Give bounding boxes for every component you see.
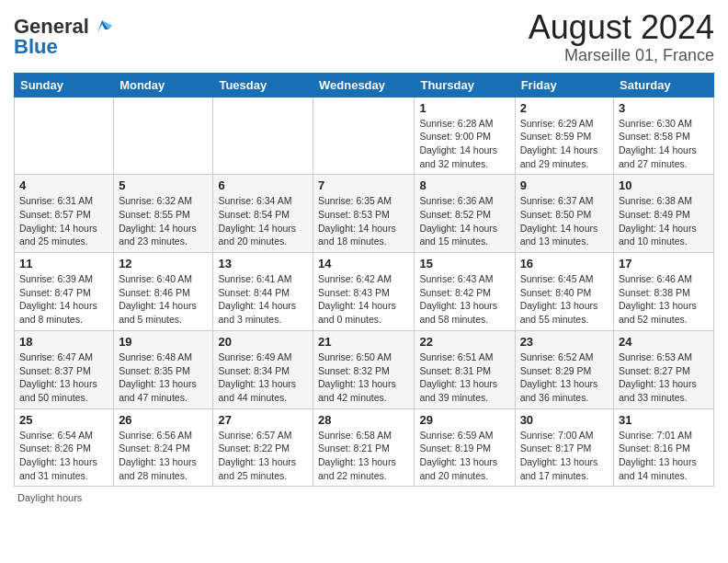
- day-info: Sunrise: 6:48 AM Sunset: 8:35 PM Dayligh…: [119, 350, 208, 405]
- calendar-cell: 31Sunrise: 7:01 AM Sunset: 8:16 PM Dayli…: [614, 408, 714, 487]
- calendar-cell: 25Sunrise: 6:54 AM Sunset: 8:26 PM Dayli…: [15, 408, 114, 487]
- calendar-cell: [313, 97, 415, 175]
- day-info: Sunrise: 6:37 AM Sunset: 8:50 PM Dayligh…: [520, 194, 609, 248]
- day-number: 1: [419, 101, 509, 115]
- calendar-cell: 9Sunrise: 6:37 AM Sunset: 8:50 PM Daylig…: [515, 175, 613, 253]
- day-info: Sunrise: 6:38 AM Sunset: 8:49 PM Dayligh…: [619, 194, 709, 248]
- day-info: Sunrise: 6:29 AM Sunset: 8:59 PM Dayligh…: [520, 117, 609, 171]
- logo-blue-text: Blue: [14, 35, 58, 59]
- calendar-cell: 23Sunrise: 6:52 AM Sunset: 8:29 PM Dayli…: [515, 330, 613, 408]
- day-number: 15: [419, 257, 509, 270]
- calendar-cell: 16Sunrise: 6:45 AM Sunset: 8:40 PM Dayli…: [515, 253, 613, 331]
- day-number: 22: [419, 335, 509, 349]
- calendar-week-row: 25Sunrise: 6:54 AM Sunset: 8:26 PM Dayli…: [15, 408, 714, 487]
- day-info: Sunrise: 6:57 AM Sunset: 8:22 PM Dayligh…: [218, 429, 308, 483]
- day-info: Sunrise: 6:51 AM Sunset: 8:31 PM Dayligh…: [419, 350, 509, 405]
- day-number: 30: [520, 413, 609, 427]
- day-info: Sunrise: 6:31 AM Sunset: 8:57 PM Dayligh…: [19, 194, 108, 248]
- day-info: Sunrise: 6:59 AM Sunset: 8:19 PM Dayligh…: [419, 429, 509, 483]
- day-number: 2: [520, 101, 609, 115]
- calendar-cell: 14Sunrise: 6:42 AM Sunset: 8:43 PM Dayli…: [313, 253, 415, 331]
- day-info: Sunrise: 6:36 AM Sunset: 8:52 PM Dayligh…: [419, 194, 509, 248]
- day-number: 20: [218, 335, 308, 349]
- calendar-week-row: 11Sunrise: 6:39 AM Sunset: 8:47 PM Dayli…: [15, 253, 714, 331]
- day-number: 6: [218, 178, 308, 192]
- day-info: Sunrise: 6:41 AM Sunset: 8:44 PM Dayligh…: [218, 272, 308, 327]
- calendar-week-row: 1Sunrise: 6:28 AM Sunset: 9:00 PM Daylig…: [15, 97, 714, 175]
- calendar-cell: 26Sunrise: 6:56 AM Sunset: 8:24 PM Dayli…: [114, 408, 213, 487]
- calendar-cell: 12Sunrise: 6:40 AM Sunset: 8:46 PM Dayli…: [114, 253, 213, 331]
- day-number: 18: [19, 335, 108, 349]
- calendar-cell: 29Sunrise: 6:59 AM Sunset: 8:19 PM Dayli…: [415, 408, 515, 487]
- day-info: Sunrise: 6:30 AM Sunset: 8:58 PM Dayligh…: [619, 117, 709, 171]
- calendar-table: SundayMondayTuesdayWednesdayThursdayFrid…: [14, 73, 714, 488]
- day-info: Sunrise: 6:45 AM Sunset: 8:40 PM Dayligh…: [520, 272, 609, 327]
- day-number: 10: [619, 178, 709, 192]
- day-number: 17: [619, 257, 709, 270]
- calendar-cell: 22Sunrise: 6:51 AM Sunset: 8:31 PM Dayli…: [415, 330, 515, 408]
- day-info: Sunrise: 6:42 AM Sunset: 8:43 PM Dayligh…: [318, 272, 409, 327]
- calendar-cell: 6Sunrise: 6:34 AM Sunset: 8:54 PM Daylig…: [213, 175, 313, 253]
- calendar-header-friday: Friday: [515, 73, 613, 97]
- calendar-cell: 30Sunrise: 7:00 AM Sunset: 8:17 PM Dayli…: [515, 408, 613, 487]
- calendar-cell: 4Sunrise: 6:31 AM Sunset: 8:57 PM Daylig…: [15, 175, 114, 253]
- day-info: Sunrise: 6:54 AM Sunset: 8:26 PM Dayligh…: [19, 429, 108, 483]
- day-number: 26: [119, 413, 208, 427]
- day-info: Sunrise: 6:32 AM Sunset: 8:55 PM Dayligh…: [119, 194, 208, 248]
- day-info: Sunrise: 7:01 AM Sunset: 8:16 PM Dayligh…: [619, 429, 709, 483]
- day-number: 4: [19, 178, 108, 192]
- daylight-label: Daylight hours: [17, 492, 82, 503]
- day-info: Sunrise: 6:40 AM Sunset: 8:46 PM Dayligh…: [119, 272, 208, 327]
- calendar-cell: 10Sunrise: 6:38 AM Sunset: 8:49 PM Dayli…: [614, 175, 714, 253]
- calendar-cell: 28Sunrise: 6:58 AM Sunset: 8:21 PM Dayli…: [313, 408, 415, 487]
- day-number: 23: [520, 335, 609, 349]
- calendar-cell: 8Sunrise: 6:36 AM Sunset: 8:52 PM Daylig…: [415, 175, 515, 253]
- title-block: August 2024 Marseille 01, France: [529, 9, 714, 65]
- calendar-cell: 21Sunrise: 6:50 AM Sunset: 8:32 PM Dayli…: [313, 330, 415, 408]
- day-info: Sunrise: 6:28 AM Sunset: 9:00 PM Dayligh…: [419, 117, 509, 171]
- calendar-header-saturday: Saturday: [614, 73, 714, 97]
- location-subtitle: Marseille 01, France: [529, 46, 714, 65]
- day-number: 3: [619, 101, 709, 115]
- calendar-cell: 3Sunrise: 6:30 AM Sunset: 8:58 PM Daylig…: [614, 97, 714, 175]
- calendar-cell: [15, 97, 114, 175]
- day-number: 13: [218, 257, 308, 270]
- page-header: General Blue August 2024 Marseille 01, F…: [14, 9, 714, 65]
- day-info: Sunrise: 6:46 AM Sunset: 8:38 PM Dayligh…: [619, 272, 709, 327]
- day-number: 16: [520, 257, 609, 270]
- day-number: 14: [318, 257, 409, 270]
- calendar-cell: 27Sunrise: 6:57 AM Sunset: 8:22 PM Dayli…: [213, 408, 313, 487]
- month-year-title: August 2024: [529, 9, 714, 46]
- calendar-cell: [114, 97, 213, 175]
- day-number: 8: [419, 178, 509, 192]
- day-info: Sunrise: 6:58 AM Sunset: 8:21 PM Dayligh…: [318, 429, 409, 483]
- day-info: Sunrise: 6:52 AM Sunset: 8:29 PM Dayligh…: [520, 350, 609, 405]
- logo: General Blue: [14, 15, 112, 59]
- day-info: Sunrise: 6:49 AM Sunset: 8:34 PM Dayligh…: [218, 350, 308, 405]
- day-number: 31: [619, 413, 709, 427]
- calendar-cell: 20Sunrise: 6:49 AM Sunset: 8:34 PM Dayli…: [213, 330, 313, 408]
- day-number: 27: [218, 413, 308, 427]
- footer: Daylight hours: [14, 492, 714, 503]
- day-info: Sunrise: 6:50 AM Sunset: 8:32 PM Dayligh…: [318, 350, 409, 405]
- day-number: 19: [119, 335, 208, 349]
- logo-icon: [92, 17, 112, 37]
- day-number: 9: [520, 178, 609, 192]
- day-info: Sunrise: 6:47 AM Sunset: 8:37 PM Dayligh…: [19, 350, 108, 405]
- day-info: Sunrise: 6:56 AM Sunset: 8:24 PM Dayligh…: [119, 429, 208, 483]
- day-number: 12: [119, 257, 208, 270]
- day-number: 29: [419, 413, 509, 427]
- calendar-header-monday: Monday: [114, 73, 213, 97]
- day-number: 25: [19, 413, 108, 427]
- day-info: Sunrise: 6:34 AM Sunset: 8:54 PM Dayligh…: [218, 194, 308, 248]
- calendar-header-sunday: Sunday: [15, 73, 114, 97]
- calendar-cell: 13Sunrise: 6:41 AM Sunset: 8:44 PM Dayli…: [213, 253, 313, 331]
- calendar-cell: 2Sunrise: 6:29 AM Sunset: 8:59 PM Daylig…: [515, 97, 613, 175]
- calendar-cell: [213, 97, 313, 175]
- day-info: Sunrise: 7:00 AM Sunset: 8:17 PM Dayligh…: [520, 429, 609, 483]
- calendar-header-wednesday: Wednesday: [313, 73, 415, 97]
- calendar-header-thursday: Thursday: [415, 73, 515, 97]
- calendar-header-tuesday: Tuesday: [213, 73, 313, 97]
- calendar-cell: 18Sunrise: 6:47 AM Sunset: 8:37 PM Dayli…: [15, 330, 114, 408]
- calendar-week-row: 18Sunrise: 6:47 AM Sunset: 8:37 PM Dayli…: [15, 330, 714, 408]
